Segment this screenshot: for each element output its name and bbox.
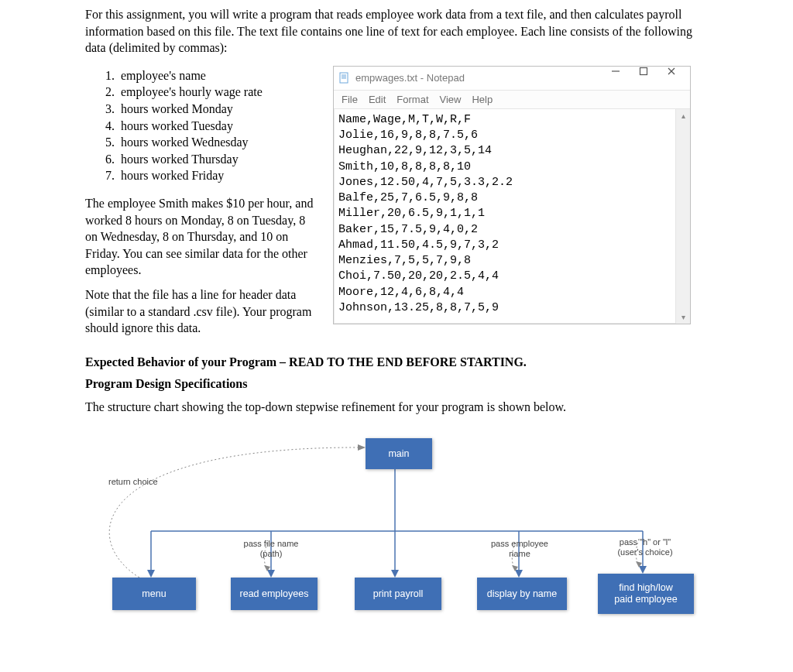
field-item: hours worked Tuesday <box>118 118 318 135</box>
smith-paragraph: The employee Smith makes $10 per hour, a… <box>85 195 318 279</box>
notepad-window: empwages.txt - Notepad File Edit Format <box>333 66 691 324</box>
maximize-icon[interactable] <box>630 67 657 90</box>
close-icon[interactable] <box>657 67 685 90</box>
notepad-titlebar[interactable]: empwages.txt - Notepad <box>334 67 690 91</box>
menu-format[interactable]: Format <box>393 92 431 107</box>
menu-file[interactable]: File <box>338 92 361 107</box>
field-item: hours worked Monday <box>118 101 318 118</box>
chart-label-pass-hl: pass "h" or "l" (user's choice) <box>610 537 680 557</box>
chart-box-read-employees: read employees <box>231 578 318 610</box>
field-item: hours worked Thursday <box>118 151 318 168</box>
chart-label-pass-file: pass file name (path) <box>240 539 302 559</box>
notepad-text-area[interactable]: Name,Wage,M,T,W,R,F Jolie,16,9,8,8,7.5,6… <box>334 109 675 324</box>
svg-marker-19 <box>639 566 647 574</box>
chart-box-find-high-low: find high/low paid employee <box>598 574 694 614</box>
chart-intro-paragraph: The structure chart showing the top-down… <box>85 399 708 416</box>
field-item: employee's name <box>118 67 318 84</box>
chart-box-print-payroll: print payroll <box>355 578 441 610</box>
menu-help[interactable]: Help <box>469 92 496 107</box>
chart-label-return-choice: return choice <box>108 477 158 487</box>
svg-marker-23 <box>358 444 366 451</box>
svg-rect-5 <box>640 67 647 74</box>
notepad-icon <box>338 72 351 84</box>
chart-box-main: main <box>366 438 432 469</box>
chart-box-menu: menu <box>112 578 196 610</box>
menu-edit[interactable]: Edit <box>366 92 389 107</box>
intro-paragraph: For this assignment, you will write a pr… <box>85 6 708 57</box>
chart-label-pass-employee: pass employee name <box>485 539 554 559</box>
svg-marker-15 <box>147 570 155 578</box>
field-list: employee's name employee's hourly wage r… <box>85 67 318 184</box>
scroll-down-icon[interactable]: ▾ <box>681 310 685 324</box>
notepad-scrollbar[interactable]: ▴ ▾ <box>675 109 690 324</box>
notepad-menubar: File Edit Format View Help <box>334 91 690 109</box>
scroll-up-icon[interactable]: ▴ <box>681 109 685 122</box>
svg-marker-17 <box>391 570 399 578</box>
expected-behavior-heading: Expected Behavior of your Program – READ… <box>85 355 708 369</box>
menu-view[interactable]: View <box>437 92 465 107</box>
field-item: employee's hourly wage rate <box>118 84 318 101</box>
svg-marker-18 <box>515 570 523 578</box>
design-spec-heading: Program Design Specifications <box>85 377 708 391</box>
chart-box-display-by-name: display by name <box>477 578 567 610</box>
svg-marker-16 <box>267 570 275 578</box>
field-item: hours worked Wednesday <box>118 134 318 151</box>
structure-chart: main return choice pass file name (path)… <box>85 423 705 609</box>
minimize-icon[interactable] <box>602 67 630 90</box>
header-note-paragraph: Note that the file has a line for header… <box>85 286 318 337</box>
notepad-title: empwages.txt - Notepad <box>355 72 602 84</box>
field-item: hours worked Friday <box>118 167 318 184</box>
